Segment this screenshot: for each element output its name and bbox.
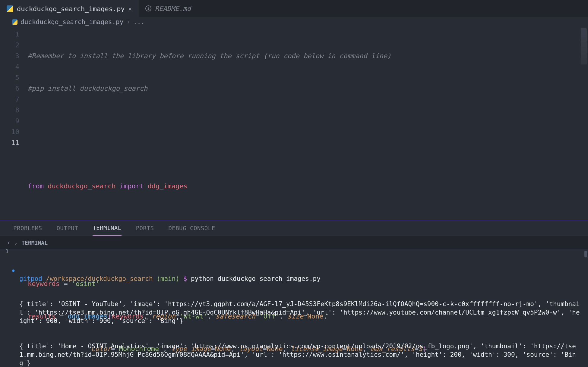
terminal-command: python duckduckgo_search_images.py <box>191 275 321 282</box>
prompt-user: gitpod <box>19 275 42 282</box>
prompt-branch: (main) <box>156 275 179 282</box>
code-comment: #pip install duckduckgo_search <box>28 85 147 92</box>
scrollbar-thumb[interactable] <box>584 251 587 257</box>
editor-tab-bar: duckduckgo_search_images.py × i README.m… <box>0 0 588 17</box>
chevron-right-icon: › <box>7 240 10 246</box>
python-icon <box>12 19 17 25</box>
terminal-output-line: {'title': 'Home - OSINT Analytics', 'ima… <box>19 342 581 367</box>
terminal-active-indicator: ● <box>12 266 14 274</box>
chevron-down-icon[interactable]: ⌄ <box>14 240 17 246</box>
tab-duckduckgo-search-images[interactable]: duckduckgo_search_images.py × <box>0 0 139 17</box>
close-icon[interactable]: × <box>128 5 132 12</box>
terminal-output-line: {'title': 'OSINT - YouTube', 'image': 'h… <box>19 300 581 325</box>
tab-label: README.md <box>155 5 191 12</box>
code-editor[interactable]: 1234567891011 #Remember to install the l… <box>0 27 588 220</box>
terminal-body[interactable]: ● gitpod /workspace/duckduckgo_search (m… <box>0 249 588 367</box>
tab-readme[interactable]: i README.md <box>139 0 198 17</box>
prompt-dollar: $ <box>183 275 187 282</box>
code-comment: #Remember to install the library before … <box>28 52 391 60</box>
python-icon <box>7 5 13 12</box>
code-area[interactable]: #Remember to install the library before … <box>28 27 588 220</box>
breadcrumb-file: duckduckgo_search_images.py <box>21 18 123 26</box>
tab-label: duckduckgo_search_images.py <box>17 5 125 13</box>
prompt-path: /workspace/duckduckgo_search <box>46 275 153 282</box>
chevron-right-icon: › <box>126 18 130 26</box>
breadcrumb-more: ... <box>133 18 145 26</box>
info-icon: i <box>145 5 151 11</box>
minimap[interactable] <box>581 28 587 64</box>
line-number-gutter: 1234567891011 <box>0 27 28 220</box>
breadcrumb[interactable]: duckduckgo_search_images.py › ... <box>0 17 588 27</box>
